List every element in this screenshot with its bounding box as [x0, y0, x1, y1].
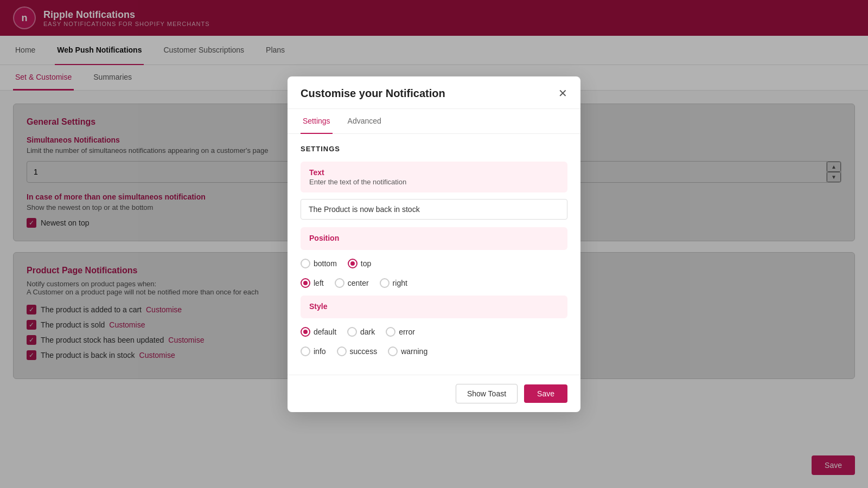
radio-default-circle: [301, 327, 310, 337]
position-settings-row: Position: [301, 227, 567, 250]
radio-left-label: left: [314, 279, 324, 287]
radio-warning-circle: [388, 346, 398, 356]
radio-bottom[interactable]: bottom: [301, 259, 337, 268]
radio-info-label: info: [314, 347, 326, 356]
show-toast-button[interactable]: Show Toast: [456, 384, 518, 403]
modal-save-button[interactable]: Save: [524, 384, 567, 403]
tab-advanced[interactable]: Advanced: [346, 109, 384, 134]
radio-right-circle: [380, 278, 390, 288]
radio-dark-circle: [347, 327, 357, 337]
modal-header: Customise your Notification ✕: [288, 76, 580, 109]
radio-right-label: right: [393, 279, 407, 287]
radio-error[interactable]: error: [386, 327, 415, 337]
text-settings-row: Text Enter the text of the notification: [301, 162, 567, 192]
radio-error-label: error: [399, 328, 415, 336]
radio-error-circle: [386, 327, 395, 337]
radio-center-circle: [335, 278, 344, 288]
style-settings-row: Style: [301, 296, 567, 318]
modal-body: SETTINGS Text Enter the text of the noti…: [288, 134, 580, 375]
style-title: Style: [309, 302, 559, 311]
text-field-title: Text: [309, 168, 559, 177]
vertical-position-group: bottom top: [301, 256, 567, 271]
radio-success-circle: [337, 346, 347, 356]
radio-success-label: success: [350, 347, 378, 356]
radio-top-circle: [348, 259, 358, 268]
radio-default-label: default: [314, 328, 336, 336]
radio-center-label: center: [348, 279, 369, 287]
modal-dialog: Customise your Notification ✕ Settings A…: [288, 76, 580, 403]
position-title: Position: [309, 234, 559, 242]
radio-bottom-label: bottom: [314, 259, 337, 268]
radio-info-circle: [301, 346, 310, 356]
radio-center[interactable]: center: [335, 278, 369, 288]
radio-dark[interactable]: dark: [347, 327, 375, 337]
modal-overlay: Customise your Notification ✕ Settings A…: [0, 0, 868, 403]
radio-right[interactable]: right: [380, 278, 407, 288]
modal-close-button[interactable]: ✕: [558, 88, 567, 99]
radio-top-label: top: [361, 259, 371, 268]
radio-default[interactable]: default: [301, 327, 336, 337]
notification-text-input[interactable]: [301, 199, 567, 220]
modal-tabs: Settings Advanced: [288, 109, 580, 134]
radio-warning-label: warning: [401, 347, 427, 356]
radio-info[interactable]: info: [301, 346, 326, 356]
horizontal-position-group: left center right: [301, 276, 567, 290]
radio-dark-label: dark: [360, 328, 375, 336]
modal-section-title: SETTINGS: [301, 145, 567, 153]
style-group-row1: default dark error: [301, 325, 567, 339]
radio-top[interactable]: top: [348, 259, 371, 268]
radio-success[interactable]: success: [337, 346, 378, 356]
tab-settings[interactable]: Settings: [301, 109, 333, 134]
modal-title: Customise your Notification: [301, 87, 445, 100]
radio-bottom-circle: [301, 259, 310, 268]
radio-left[interactable]: left: [301, 278, 324, 288]
style-group-row2: info success warning: [301, 344, 567, 358]
radio-left-circle: [301, 278, 310, 288]
text-field-desc: Enter the text of the notification: [309, 178, 559, 186]
radio-warning[interactable]: warning: [388, 346, 427, 356]
modal-footer: Show Toast Save: [288, 375, 580, 403]
